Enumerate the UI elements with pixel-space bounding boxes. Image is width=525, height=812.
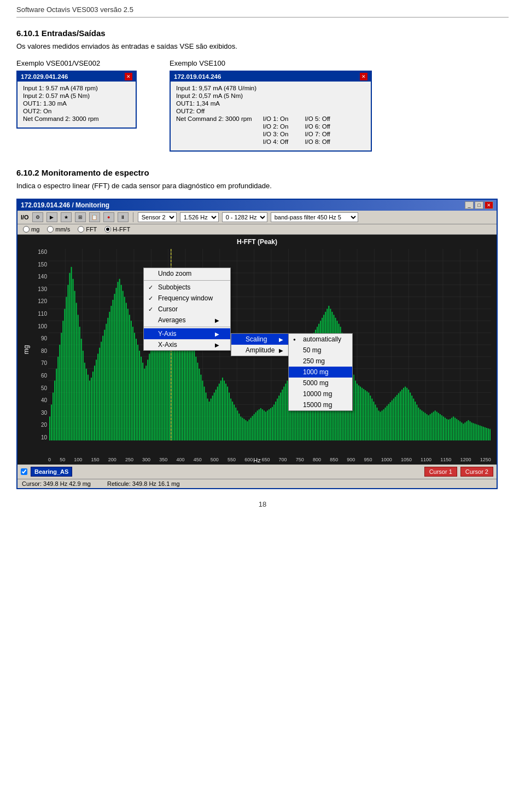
svg-rect-153 — [237, 410, 238, 440]
scaling-50mg[interactable]: 50 mg — [289, 345, 352, 356]
radio-mg-circle[interactable] — [23, 226, 30, 233]
svg-rect-286 — [458, 420, 459, 440]
svg-rect-103 — [154, 336, 155, 440]
svg-rect-83 — [121, 285, 122, 440]
dialog2-line4: OUT2: Off — [176, 108, 365, 114]
submenu-amplitude[interactable]: Amplitude ▶ — [231, 345, 294, 356]
y-axis-unit: mg — [22, 345, 30, 355]
menu-cursor[interactable]: ✓ Cursor — [144, 304, 230, 315]
svg-rect-56 — [76, 303, 77, 440]
svg-rect-280 — [448, 420, 449, 440]
menu-undo-zoom[interactable]: Undo zoom — [144, 268, 230, 279]
toolbar-icon-2[interactable]: ▶ — [46, 212, 57, 222]
dialog1: 172.029.041.246 ✕ Input 1: 9.57 mA (478 … — [16, 71, 137, 129]
svg-rect-262 — [418, 408, 419, 440]
radio-hfft[interactable]: H-FFT — [104, 226, 130, 233]
svg-rect-58 — [79, 327, 80, 440]
menu-subobjects[interactable]: ✓ Subobjects — [144, 282, 230, 293]
menu-averages[interactable]: Averages ▶ — [144, 315, 230, 326]
scaling-automatically[interactable]: ● automatically — [289, 334, 352, 345]
minimize-button[interactable]: _ — [465, 201, 474, 209]
svg-rect-133 — [204, 387, 205, 440]
svg-rect-164 — [255, 413, 256, 440]
submenu-scaling[interactable]: Scaling ▶ — [231, 334, 294, 345]
toolbar-icon-rec[interactable]: ● — [103, 212, 114, 222]
maximize-button[interactable]: □ — [475, 201, 483, 209]
svg-rect-248 — [395, 397, 396, 440]
svg-rect-53 — [71, 267, 72, 440]
svg-rect-167 — [260, 408, 261, 440]
menu-y-axis[interactable]: Y-Axis ▶ — [144, 328, 230, 339]
svg-rect-161 — [250, 417, 252, 440]
freq2-select[interactable]: 0 - 1282 Hz — [222, 212, 267, 222]
toolbar-icon-5[interactable]: 📋 — [89, 212, 100, 222]
filter-select[interactable]: band-pass filter 450 Hz 5 — [271, 212, 358, 222]
svg-rect-233 — [370, 396, 371, 440]
close-button[interactable]: ✕ — [485, 201, 493, 209]
svg-rect-92 — [136, 339, 137, 440]
svg-rect-55 — [74, 291, 75, 440]
svg-rect-62 — [86, 369, 87, 440]
svg-rect-282 — [451, 417, 452, 440]
svg-rect-94 — [139, 351, 140, 440]
radio-fft[interactable]: FFT — [78, 226, 97, 233]
sensor-select[interactable]: Sensor 2 — [138, 212, 177, 222]
context-menu: Undo zoom ✓ Subobjects ✓ Frequency windo… — [143, 268, 231, 351]
radio-hfft-circle[interactable] — [104, 226, 111, 233]
svg-rect-274 — [438, 413, 439, 440]
menu-freq-window[interactable]: ✓ Frequency window — [144, 293, 230, 304]
toolbar-icon-3[interactable]: ★ — [61, 212, 72, 222]
svg-rect-146 — [225, 384, 226, 440]
svg-rect-148 — [229, 393, 230, 441]
svg-rect-141 — [217, 387, 218, 440]
scaling-15000mg[interactable]: 15000 mg — [289, 399, 352, 410]
submenu-scaling-menu: ● automatically 50 mg 250 mg 1000 mg — [288, 333, 353, 411]
svg-rect-86 — [126, 303, 127, 440]
svg-rect-140 — [215, 390, 217, 440]
scaling-5000mg[interactable]: 5000 mg — [289, 378, 352, 388]
svg-rect-237 — [376, 408, 377, 440]
svg-rect-139 — [214, 393, 215, 441]
svg-rect-236 — [375, 404, 376, 440]
toolbar-icon-4[interactable]: ⊞ — [75, 212, 86, 222]
svg-rect-89 — [131, 321, 132, 440]
svg-rect-291 — [466, 421, 467, 440]
dialog2-line2: Input 2: 0,57 mA (5 Nm) — [176, 92, 365, 99]
svg-rect-229 — [363, 389, 364, 440]
svg-rect-72 — [102, 336, 103, 440]
svg-rect-155 — [240, 416, 241, 440]
io-label: I/O — [21, 214, 29, 221]
channel-checkbox[interactable] — [21, 468, 27, 475]
menu-x-axis[interactable]: X-Axis ▶ — [144, 339, 230, 350]
svg-rect-223 — [353, 375, 354, 440]
monitoring-subbar: mg mm/s FFT H-FFT — [18, 224, 497, 235]
channel-strip: Bearing_AS Cursor 1 Cursor 2 — [18, 465, 497, 479]
scaling-1000mg[interactable]: 1000 mg — [289, 367, 352, 378]
freq1-select[interactable]: 1.526 Hz — [180, 212, 219, 222]
svg-rect-231 — [366, 391, 368, 440]
radio-fft-circle[interactable] — [78, 226, 84, 233]
dialog2-close-button[interactable]: ✕ — [360, 73, 368, 80]
svg-rect-247 — [393, 398, 394, 440]
scaling-10000mg[interactable]: 10000 mg — [289, 388, 352, 399]
svg-rect-281 — [450, 419, 451, 440]
svg-rect-178 — [278, 396, 279, 440]
radio-mg[interactable]: mg — [23, 226, 39, 233]
radio-mms-circle[interactable] — [47, 226, 54, 233]
scaling-250mg[interactable]: 250 mg — [289, 356, 352, 367]
svg-rect-90 — [132, 327, 133, 440]
svg-rect-157 — [243, 419, 244, 440]
svg-rect-278 — [445, 417, 446, 440]
svg-rect-150 — [232, 402, 233, 440]
toolbar-icon-1[interactable]: ⚙ — [32, 212, 43, 222]
svg-rect-165 — [257, 410, 258, 440]
svg-rect-138 — [212, 396, 213, 440]
svg-rect-50 — [66, 297, 67, 441]
radio-mms[interactable]: mm/s — [47, 226, 70, 233]
svg-rect-300 — [481, 426, 482, 440]
svg-rect-129 — [197, 363, 198, 440]
svg-rect-258 — [411, 396, 412, 440]
toolbar-icon-pause[interactable]: ⏸ — [118, 212, 129, 222]
svg-rect-127 — [194, 351, 195, 440]
dialog1-close-button[interactable]: ✕ — [125, 73, 132, 80]
